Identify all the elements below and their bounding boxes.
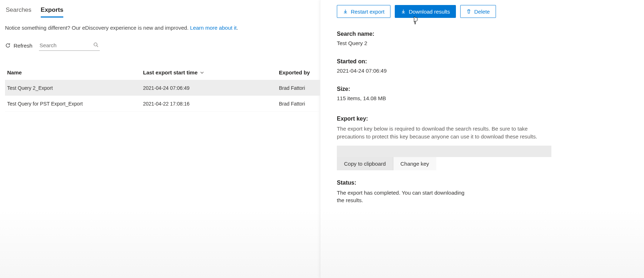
- svg-point-0: [94, 43, 97, 46]
- refresh-button[interactable]: Refresh: [5, 43, 33, 49]
- search-box: [39, 40, 100, 51]
- download-icon: [401, 9, 406, 14]
- delete-button[interactable]: Delete: [460, 5, 496, 18]
- restart-export-label: Restart export: [351, 9, 384, 15]
- col-name[interactable]: Name: [7, 69, 143, 75]
- tab-searches[interactable]: Searches: [6, 5, 31, 18]
- col-last-start-label: Last export start time: [143, 69, 198, 75]
- export-key-label: Export key:: [337, 116, 634, 122]
- cell-time: 2021-04-22 17:08:16: [143, 101, 279, 107]
- export-key-field[interactable]: [337, 146, 551, 157]
- list-toolbar: Refresh: [5, 40, 320, 51]
- cell-by: Brad Fattori: [279, 101, 318, 107]
- download-results-label: Download results: [409, 9, 450, 15]
- cell-name: Test Query 2_Export: [7, 85, 143, 91]
- col-exported-by[interactable]: Exported by: [279, 69, 318, 75]
- chevron-down-icon: [200, 70, 204, 75]
- delete-label: Delete: [474, 9, 490, 15]
- info-notice: Notice something different? Our eDiscove…: [5, 25, 320, 31]
- exports-table: Name Last export start time Exported by …: [5, 65, 320, 112]
- refresh-icon: [5, 43, 11, 48]
- page-tabs: Searches Exports: [5, 5, 320, 18]
- search-name-label: Search name:: [337, 31, 634, 37]
- notice-dot: .: [237, 25, 238, 31]
- search-icon[interactable]: [93, 42, 98, 48]
- download-results-button[interactable]: Download results: [395, 5, 456, 18]
- exports-list-pane: Searches Exports Notice something differ…: [0, 0, 320, 278]
- change-key-button[interactable]: Change key: [393, 157, 436, 170]
- refresh-label: Refresh: [14, 43, 33, 49]
- trash-icon: [466, 9, 471, 14]
- table-header: Name Last export start time Exported by: [5, 65, 320, 80]
- export-key-note: The export key below is required to down…: [337, 125, 551, 141]
- size-label: Size:: [337, 86, 634, 92]
- download-icon: [343, 9, 348, 14]
- table-row[interactable]: Test Query 2_Export 2021-04-24 07:06:49 …: [5, 80, 320, 96]
- svg-line-1: [97, 46, 98, 47]
- export-key-actions: Copy to clipboard Change key: [337, 157, 551, 170]
- cell-time: 2021-04-24 07:06:49: [143, 85, 279, 91]
- export-details-pane: Restart export Download results Delete S…: [320, 0, 644, 278]
- learn-more-link[interactable]: Learn more about it: [190, 25, 236, 31]
- copy-key-button[interactable]: Copy to clipboard: [337, 157, 393, 170]
- tab-exports[interactable]: Exports: [41, 5, 63, 18]
- started-on-label: Started on:: [337, 58, 634, 65]
- table-row[interactable]: Test Query for PST Export_Export 2021-04…: [5, 96, 320, 112]
- notice-text: Notice something different? Our eDiscove…: [5, 25, 190, 31]
- col-last-start[interactable]: Last export start time: [143, 69, 279, 75]
- status-value: The export has completed. You can start …: [337, 189, 466, 205]
- started-on-value: 2021-04-24 07:06:49: [337, 68, 634, 74]
- action-bar: Restart export Download results Delete: [337, 5, 634, 18]
- search-name-value: Test Query 2: [337, 40, 634, 46]
- size-value: 115 items, 14.08 MB: [337, 95, 634, 101]
- cell-name: Test Query for PST Export_Export: [7, 101, 143, 107]
- restart-export-button[interactable]: Restart export: [337, 5, 390, 18]
- cell-by: Brad Fattori: [279, 85, 318, 91]
- search-input[interactable]: [39, 40, 100, 50]
- status-label: Status:: [337, 180, 634, 186]
